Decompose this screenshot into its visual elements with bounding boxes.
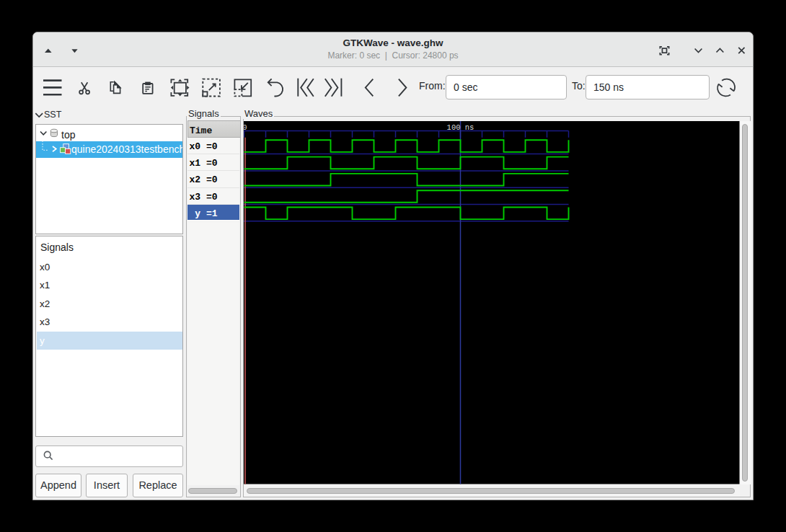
svg-text:100 ns: 100 ns [447,123,474,132]
svg-text:0: 0 [244,123,247,132]
